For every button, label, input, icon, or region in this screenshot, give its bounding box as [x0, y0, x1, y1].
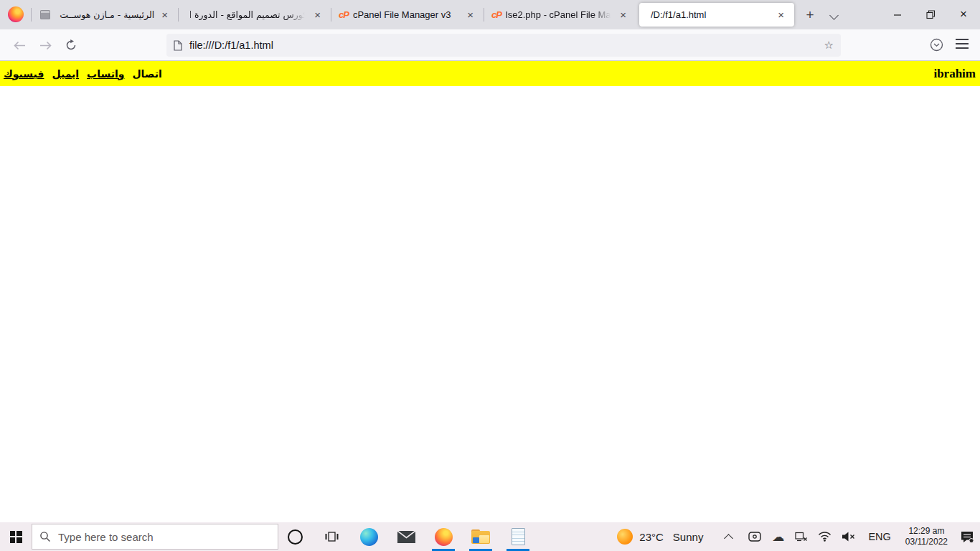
reload-icon [65, 39, 77, 51]
tab-title: cPanel File Manager v3 [353, 9, 460, 20]
web-page: فيسبوك ايميل واتساب اتصال ibrahim [0, 61, 980, 522]
pocket-icon [930, 38, 943, 52]
start-button[interactable] [0, 522, 32, 551]
mail-button[interactable] [396, 522, 416, 551]
notepad-button[interactable] [508, 522, 528, 551]
tab-lse2-php[interactable]: cP lse2.php - cPanel File Manage × [484, 0, 636, 29]
site-favicon-icon [40, 10, 50, 19]
tab-title: lse2.php - cPanel File Manage [506, 9, 613, 20]
system-tray: 23°C Sunny ☁ [613, 522, 980, 551]
wifi-button[interactable] [818, 532, 831, 542]
hamburger-icon [956, 39, 969, 40]
search-input[interactable] [58, 531, 252, 543]
separator [31, 8, 32, 22]
clock[interactable]: 12:29 am 03/11/2022 [903, 526, 950, 547]
task-view-button[interactable] [321, 522, 341, 551]
document-icon [174, 40, 182, 51]
minimize-button[interactable] [881, 0, 914, 29]
tab-close-icon[interactable]: × [617, 8, 629, 22]
folder-icon [471, 529, 490, 544]
url-bar[interactable]: file:///D:/f1/a1.html ☆ [166, 34, 841, 57]
onedrive-cloud-icon[interactable]: ☁ [772, 531, 784, 543]
weather-widget[interactable]: 23°C Sunny [613, 529, 707, 545]
firefox-logo-icon[interactable] [8, 6, 24, 22]
nav-links: فيسبوك ايميل واتساب اتصال [4, 68, 162, 80]
notepad-icon [512, 528, 525, 545]
tab-close-icon[interactable]: × [775, 8, 787, 22]
cortana-button[interactable] [288, 529, 303, 545]
windows-logo-icon [10, 531, 22, 543]
chevron-down-icon [829, 11, 839, 20]
ime-keyboard-icon [795, 532, 807, 542]
edge-button[interactable] [359, 522, 379, 551]
taskbar-search-box[interactable] [32, 524, 278, 550]
forward-button[interactable] [34, 35, 56, 55]
tab-design-course[interactable]: كورس تصميم المواقع - الدورة الثال × [179, 0, 331, 29]
search-icon [39, 531, 51, 542]
tab-title: /D:/f1/a1.html [651, 9, 771, 20]
tab-a1-html-active[interactable]: /D:/f1/a1.html × [639, 3, 794, 27]
restore-button[interactable] [914, 0, 947, 29]
weather-condition: Sunny [673, 531, 704, 543]
cpanel-logo-icon: cP [339, 9, 349, 20]
language-indicator[interactable]: ENG [867, 531, 892, 542]
mail-icon [397, 531, 415, 543]
game-bar-icon [748, 532, 761, 542]
tab-title: الرئيسية - مـازن هوســت [55, 9, 154, 20]
nav-link-email[interactable]: ايميل [52, 68, 79, 80]
hidden-icons-chevron[interactable] [725, 534, 734, 543]
tab-mazen-host[interactable]: الرئيسية - مـازن هوســت × [33, 0, 178, 29]
back-icon [14, 41, 26, 50]
minimize-icon [893, 10, 902, 19]
task-view-icon [325, 531, 339, 542]
sun-icon [617, 529, 633, 545]
speaker-mute-icon [842, 532, 856, 542]
file-explorer-button[interactable] [471, 522, 491, 551]
screen: الرئيسية - مـازن هوســت × كورس تصميم الم… [0, 0, 980, 551]
wifi-icon [818, 532, 831, 542]
tab-close-icon[interactable]: × [159, 8, 171, 22]
tab-close-icon[interactable]: × [311, 8, 324, 22]
weather-temp: 23°C [639, 531, 664, 543]
action-center-icon [961, 531, 974, 543]
taskbar-apps [321, 522, 528, 551]
new-tab-button[interactable]: + [801, 6, 819, 24]
tab-cpanel-file-manager[interactable]: cP cPanel File Manager v3 × [331, 0, 484, 29]
firefox-icon [435, 528, 453, 546]
app-menu-button[interactable] [956, 39, 969, 49]
tab-title: كورس تصميم المواقع - الدورة الثال [190, 9, 307, 20]
nav-link-facebook[interactable]: فيسبوك [4, 68, 44, 80]
url-text: file:///D:/f1/a1.html [189, 39, 824, 51]
volume-muted-button[interactable] [842, 532, 856, 542]
date-text: 03/11/2022 [905, 537, 948, 547]
browser-toolbar: file:///D:/f1/a1.html ☆ [0, 29, 980, 61]
windows-taskbar: 23°C Sunny ☁ [0, 522, 980, 551]
back-button[interactable] [9, 35, 30, 55]
close-window-button[interactable]: × [947, 0, 980, 29]
tab-list-dropdown-button[interactable] [831, 9, 847, 22]
close-icon: × [960, 7, 967, 22]
tab-close-icon[interactable]: × [464, 8, 476, 22]
action-center-button[interactable] [961, 531, 974, 543]
game-bar-button[interactable] [748, 532, 761, 542]
tab-bar: الرئيسية - مـازن هوســت × كورس تصميم الم… [0, 0, 980, 29]
bookmark-star-icon[interactable]: ☆ [824, 39, 834, 52]
edge-icon [360, 528, 378, 546]
nav-link-whatsapp[interactable]: واتساب [87, 68, 124, 80]
restore-icon [926, 10, 936, 19]
reload-button[interactable] [60, 35, 82, 55]
firefox-button[interactable] [433, 522, 453, 551]
forward-icon [39, 41, 52, 50]
page-nav-bar: فيسبوك ايميل واتساب اتصال ibrahim [0, 61, 980, 86]
pocket-button[interactable] [930, 38, 943, 55]
cpanel-logo-icon: cP [491, 9, 501, 20]
ime-button[interactable] [795, 532, 807, 542]
nav-link-contact[interactable]: اتصال [132, 68, 161, 80]
time-text: 12:29 am [905, 526, 948, 537]
brand-title: ibrahim [933, 67, 976, 81]
